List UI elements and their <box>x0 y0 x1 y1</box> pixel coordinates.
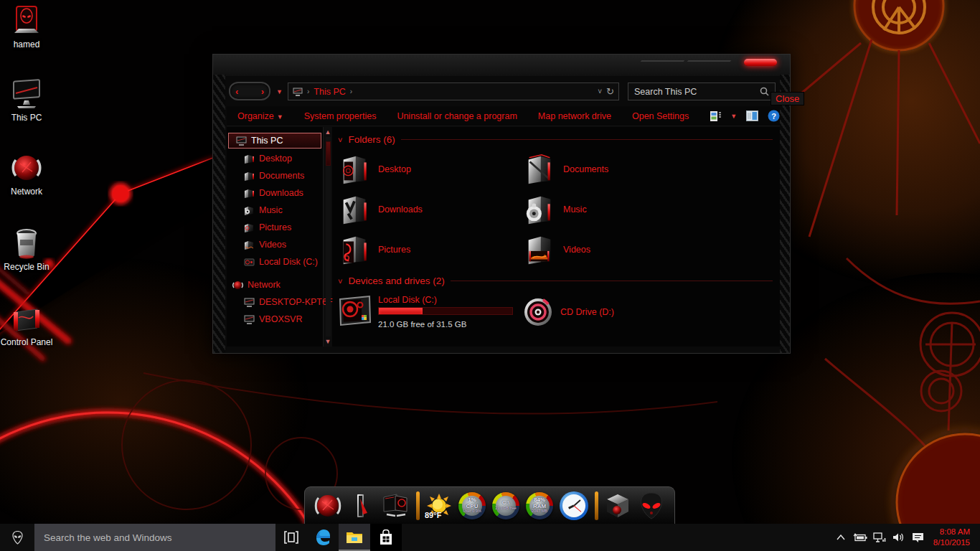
local-disk-details: Local Disk (C:) 21.0 GB free of 31.5 GB <box>378 293 513 330</box>
back-forward-buttons[interactable]: ‹ › <box>229 82 270 100</box>
nav-item-network[interactable]: Network <box>227 276 323 293</box>
recent-locations-dropdown-icon[interactable]: ▼ <box>276 88 283 95</box>
chevron-down-icon: ˅ <box>338 136 342 144</box>
nav-item-pictures[interactable]: Pictures <box>227 219 323 236</box>
nav-item-videos[interactable]: Videos <box>227 236 323 253</box>
tray-chevron-up-icon[interactable] <box>834 530 848 545</box>
system-tray: 8:08 AM 8/10/2015 <box>834 524 980 551</box>
breadcrumb[interactable]: This PC <box>314 87 345 97</box>
nav-item-local-disk[interactable]: Local Disk (C:) <box>227 253 323 270</box>
dock-cube-icon[interactable] <box>605 493 631 519</box>
dock-weather-widget[interactable]: 89°F <box>426 493 452 519</box>
taskbar: Search the web and Windows <box>0 524 980 551</box>
folder-item-music[interactable]: Music <box>523 189 708 230</box>
dock-network-orb-icon[interactable] <box>314 491 342 520</box>
forward-icon[interactable]: › <box>261 87 264 96</box>
nav-item-downloads[interactable]: Downloads <box>227 184 323 202</box>
folder-item-documents[interactable]: Documents <box>523 149 708 189</box>
dock-cpu-gauge[interactable]: 1% CPU User 0.9% <box>458 492 486 519</box>
desktop-icon-user-folder[interactable]: hamed <box>0 4 53 50</box>
folder-item-downloads[interactable]: Downloads <box>338 189 523 230</box>
desktop-icon-label: hamed <box>0 40 53 50</box>
store-button[interactable] <box>370 524 402 551</box>
dock-pc-tower-icon[interactable] <box>349 493 374 519</box>
devices-section-header[interactable]: ˅ Devices and drives (2) <box>338 276 780 286</box>
nav-item-desktop[interactable]: Desktop <box>227 150 323 167</box>
drive-label: Local Disk (C:) <box>378 295 513 305</box>
scroll-down-icon[interactable]: ▼ <box>325 336 331 347</box>
edge-browser-button[interactable] <box>307 524 339 551</box>
organize-button[interactable]: Organize▼ <box>237 111 283 121</box>
close-button[interactable] <box>744 59 777 66</box>
nav-item-vboxsvr[interactable]: VBOXSVR <box>227 311 323 328</box>
recycle-bin-icon <box>10 227 43 260</box>
desktop-icon-label: Control Panel <box>0 338 53 348</box>
nav-item-music[interactable]: Music <box>227 202 323 219</box>
nav-item-documents[interactable]: Documents <box>227 167 323 184</box>
videos-folder-icon <box>244 240 255 250</box>
section-title: Folders (6) <box>348 134 395 145</box>
command-toolbar: Organize▼ System properties Uninstall or… <box>227 106 780 126</box>
file-explorer-button[interactable] <box>339 524 370 551</box>
drive-item-cd-drive[interactable]: CD Drive (D:) <box>523 293 614 330</box>
file-list-pane: ˅ Folders (6) Desktop <box>332 127 780 347</box>
dock-ram-gauge[interactable]: 84% RAM 2047 MB <box>526 492 553 519</box>
taskbar-search-input[interactable]: Search the web and Windows <box>34 524 275 551</box>
start-button[interactable] <box>0 524 34 551</box>
folders-section-header[interactable]: ˅ Folders (6) <box>338 134 780 145</box>
address-bar[interactable]: › This PC › ˅ ↻ <box>288 83 619 100</box>
drive-item-local-disk[interactable]: Local Disk (C:) 21.0 GB free of 31.5 GB <box>338 293 523 330</box>
dock-disk-gauge[interactable]: C:\ 21.1GB free <box>492 492 519 519</box>
folder-item-videos[interactable]: Videos <box>523 230 708 270</box>
desktop-icon-network[interactable]: Network <box>0 151 53 197</box>
battery-icon[interactable] <box>853 530 867 545</box>
desktop-icon-label: Recycle Bin <box>0 263 53 273</box>
open-settings-button[interactable]: Open Settings <box>632 111 689 121</box>
nav-item-desktop-kpt6f[interactable]: DESKTOP-KPT6F <box>227 293 323 311</box>
nav-scrollbar[interactable]: ▲ ▼ <box>323 127 332 347</box>
action-center-icon[interactable] <box>911 530 925 545</box>
desktop-icon-this-pc[interactable]: This PC <box>0 77 53 123</box>
edge-icon <box>314 529 331 546</box>
views-dropdown-icon[interactable]: ▼ <box>730 113 737 120</box>
videos-folder-icon <box>523 233 556 266</box>
dock-clock[interactable] <box>560 491 588 520</box>
control-panel-icon <box>10 302 43 335</box>
dock-alien-head-icon[interactable] <box>637 491 666 520</box>
scrollbar-track[interactable] <box>326 137 331 336</box>
window-titlebar[interactable] <box>213 55 790 76</box>
desktop-icon-control-panel[interactable]: Control Panel <box>0 302 53 348</box>
address-dropdown-icon[interactable]: ˅ <box>598 88 602 95</box>
network-icon <box>232 281 243 290</box>
network-status-icon[interactable] <box>872 530 887 545</box>
chevron-down-icon: ˅ <box>338 277 342 286</box>
uninstall-program-button[interactable]: Uninstall or change a program <box>397 111 517 121</box>
preview-pane-icon[interactable] <box>746 110 758 121</box>
disk-sub: 21.1GB free <box>495 507 517 511</box>
system-properties-button[interactable]: System properties <box>304 111 377 121</box>
desktop-icon-recycle-bin[interactable]: Recycle Bin <box>0 227 53 273</box>
map-network-drive-button[interactable]: Map network drive <box>538 111 611 121</box>
drives-row: Local Disk (C:) 21.0 GB free of 31.5 GB <box>338 293 780 330</box>
folder-item-desktop[interactable]: Desktop <box>338 149 523 189</box>
search-box[interactable]: Search This PC <box>628 83 776 100</box>
minute-hand <box>573 499 580 507</box>
scrollbar-thumb[interactable] <box>326 141 331 166</box>
scroll-up-icon[interactable]: ▲ <box>325 127 331 137</box>
search-placeholder: Search This PC <box>634 87 760 97</box>
volume-icon[interactable] <box>892 530 906 545</box>
views-icon[interactable] <box>710 110 721 122</box>
computer-icon <box>244 315 255 324</box>
help-icon[interactable]: ? <box>768 110 780 122</box>
ram-sub: 2047 MB <box>532 509 547 514</box>
tray-clock[interactable]: 8:08 AM 8/10/2015 <box>930 527 976 548</box>
back-icon[interactable]: ‹ <box>235 87 238 96</box>
task-view-button[interactable] <box>275 524 307 551</box>
refresh-icon[interactable]: ↻ <box>606 86 614 97</box>
folder-icon <box>244 154 255 164</box>
nav-item-this-pc[interactable]: This PC <box>228 133 321 149</box>
cpu-sub: User 0.9% <box>463 509 481 514</box>
folder-item-pictures[interactable]: Pictures <box>338 230 523 270</box>
monitor-icon <box>10 77 43 110</box>
dock-monitors-icon[interactable] <box>381 491 410 520</box>
